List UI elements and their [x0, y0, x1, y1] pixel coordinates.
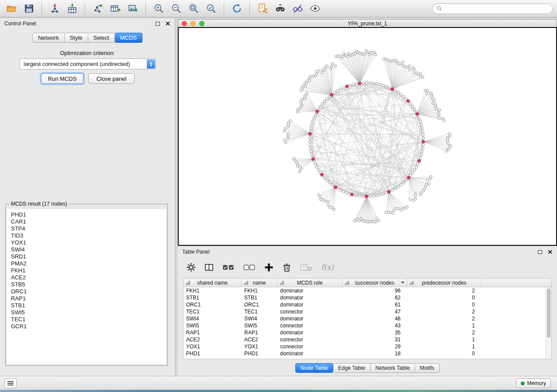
export-table-icon[interactable] [108, 2, 122, 16]
search-input[interactable] [445, 6, 548, 12]
table-cell: SWI5 [242, 323, 277, 329]
delete-column-trash-icon[interactable] [282, 263, 291, 272]
close-table-panel-icon[interactable]: ✕ [547, 249, 553, 255]
mcds-result-list[interactable]: PHD1CAR1STP4TID3YOX1SWI4SRD1PMA2FKH1ACE2… [7, 209, 166, 364]
table-cell: PHD1 [242, 351, 277, 357]
table-row[interactable]: ACE2ACE2connector311 [183, 336, 551, 343]
show-column-icon[interactable] [204, 263, 214, 272]
result-item[interactable]: GCR1 [11, 323, 166, 330]
sort-icon [345, 280, 349, 285]
find-icon[interactable] [273, 2, 287, 16]
column-header-successor-nodes[interactable]: successor nodes [343, 279, 407, 287]
result-item[interactable]: ORC1 [11, 288, 166, 295]
result-item[interactable]: PHD1 [11, 211, 166, 218]
tab-style[interactable]: Style [65, 33, 88, 43]
column-header-predecessor-nodes[interactable]: predecessor nodes [407, 279, 481, 287]
result-item[interactable]: SRD1 [11, 253, 166, 260]
column-header-MCDS-role[interactable]: MCDS role [277, 279, 343, 287]
table-cell: 47 [343, 309, 407, 315]
tab-node-table[interactable]: Node Table [295, 363, 333, 373]
table-cell: RAP1 [183, 330, 242, 336]
window-maximize-icon[interactable] [199, 21, 204, 26]
window-minimize-icon[interactable] [190, 21, 196, 26]
network-svg[interactable] [179, 28, 556, 245]
float-table-panel-icon[interactable] [538, 250, 542, 254]
save-session-icon[interactable] [22, 2, 36, 16]
table-scrollbar[interactable] [546, 287, 551, 359]
result-item[interactable]: TID3 [11, 232, 166, 239]
export-network-icon[interactable] [91, 2, 105, 16]
criterion-dropdown[interactable]: largest connected component (undirected) [19, 58, 156, 69]
import-network-icon[interactable] [48, 2, 62, 16]
status-menu-icon[interactable] [4, 378, 17, 388]
search-box[interactable] [432, 3, 553, 14]
column-menu-chevron-icon[interactable] [401, 282, 405, 284]
sort-icon [280, 280, 284, 285]
window-close-icon[interactable] [182, 21, 187, 26]
result-item[interactable]: SWI4 [11, 246, 166, 253]
result-item[interactable]: STB5 [11, 281, 166, 288]
close-panel-icon[interactable]: ✕ [165, 21, 170, 27]
table-row[interactable]: YOX1YOX1connector291 [183, 343, 551, 350]
result-item[interactable]: YOX1 [11, 239, 166, 246]
table-row[interactable]: SWI4SWI4dominator462 [183, 315, 551, 322]
zoom-selected-icon[interactable] [204, 2, 218, 16]
column-header-shared-name[interactable]: shared name [183, 279, 242, 287]
zoom-fit-icon[interactable] [187, 2, 201, 16]
show-graphics-details-icon[interactable] [308, 2, 322, 16]
result-item[interactable]: FKH1 [11, 267, 166, 274]
mcds-result-title: MCDS result (17 nodes) [9, 201, 69, 207]
table-row[interactable]: ORC1ORC1dominator610 [183, 301, 551, 308]
new-network-from-selection-icon[interactable] [256, 2, 270, 16]
import-table-icon[interactable] [65, 2, 79, 16]
optimization-criterion-label: Optimization criterion: [0, 50, 175, 56]
close-panel-button[interactable]: Close panel [88, 73, 135, 84]
select-all-columns-icon[interactable] [222, 263, 235, 272]
result-item[interactable]: PMA2 [11, 260, 166, 267]
table-cell: 0 [407, 295, 481, 301]
table-row[interactable]: SWI5SWI5connector431 [183, 322, 551, 329]
tab-edge-table[interactable]: Edge Table [333, 363, 370, 373]
result-item[interactable]: ACE2 [11, 274, 166, 281]
memory-label: Memory [527, 380, 546, 386]
tab-select[interactable]: Select [88, 33, 115, 43]
zoom-in-icon[interactable] [152, 2, 166, 16]
tab-network-table[interactable]: Network Table [370, 363, 415, 373]
tab-motifs[interactable]: Motifs [415, 363, 439, 373]
function-builder-icon[interactable]: f(x) [321, 263, 334, 272]
apply-layout-icon[interactable] [230, 2, 244, 16]
table-toolbar: f(x) [187, 260, 334, 275]
table-settings-gear-icon[interactable] [187, 263, 196, 272]
table-cell: dominator [277, 330, 343, 336]
scrollbar-thumb[interactable] [547, 289, 550, 337]
network-canvas[interactable] [178, 27, 557, 246]
hide-graphics-details-icon[interactable] [291, 2, 304, 16]
zoom-out-icon[interactable] [169, 2, 183, 16]
table-cell: SWI4 [242, 316, 277, 322]
result-item[interactable]: RAP1 [11, 295, 166, 302]
tab-network[interactable]: Network [32, 33, 65, 43]
create-column-plus-icon[interactable] [264, 263, 273, 272]
network-titlebar[interactable]: YPA_prune.txt_1 [178, 19, 557, 27]
run-mcds-button[interactable]: Run MCDS [41, 73, 83, 84]
table-row[interactable]: PHD1PHD1dominator180 [183, 350, 551, 357]
unselect-all-columns-icon[interactable] [243, 263, 256, 272]
tab-mcds[interactable]: MCDS [115, 33, 142, 43]
table-row[interactable]: STB1STB1dominator620 [183, 294, 551, 301]
table-cell: ACE2 [183, 337, 242, 343]
open-session-icon[interactable] [4, 2, 18, 16]
result-item[interactable]: STB1 [11, 302, 166, 309]
result-item[interactable]: TEC1 [11, 316, 166, 323]
result-item[interactable]: SWI5 [11, 309, 166, 316]
table-row[interactable]: TEC1TEC1connector472 [183, 308, 551, 315]
table-row[interactable]: FKH1FKH1dominator962 [183, 287, 551, 294]
result-item[interactable]: STP4 [11, 225, 166, 232]
column-header-name[interactable]: name [242, 279, 277, 287]
table-cell: connector [277, 344, 343, 350]
delete-table-icon[interactable] [300, 263, 312, 272]
export-image-icon[interactable] [126, 2, 140, 16]
result-item[interactable]: CAR1 [11, 218, 166, 225]
float-panel-icon[interactable] [156, 22, 160, 26]
table-row[interactable]: RAP1RAP1dominator352 [183, 329, 551, 336]
memory-button[interactable]: Memory [516, 378, 551, 388]
